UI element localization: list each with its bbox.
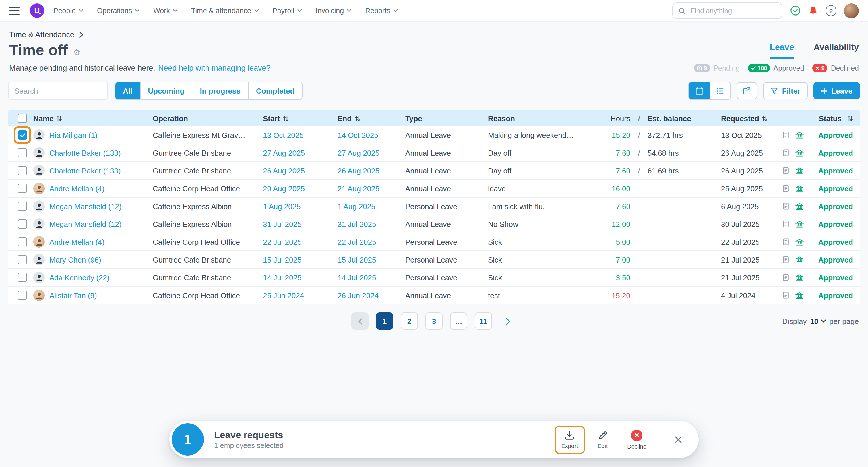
- select-all-checkbox[interactable]: [18, 114, 27, 123]
- employee-name-link[interactable]: Andre Mellan (4): [50, 184, 104, 193]
- note-icon[interactable]: [782, 273, 790, 282]
- employee-name-link[interactable]: Megan Mansfield (12): [50, 220, 121, 228]
- list-view-button[interactable]: [710, 82, 731, 99]
- header-status[interactable]: Status: [814, 114, 860, 123]
- bank-icon[interactable]: [795, 255, 804, 264]
- start-date-link[interactable]: 13 Oct 2025: [263, 131, 304, 139]
- note-icon[interactable]: [782, 131, 790, 139]
- header-end[interactable]: End: [338, 114, 405, 123]
- row-checkbox[interactable]: [18, 237, 27, 246]
- pagination-page[interactable]: …: [450, 313, 467, 330]
- employee-name-link[interactable]: Alistair Tan (9): [50, 291, 97, 299]
- start-date-link[interactable]: 26 Aug 2025: [263, 166, 305, 175]
- start-date-link[interactable]: 1 Aug 2025: [263, 202, 301, 210]
- row-checkbox[interactable]: [18, 184, 27, 193]
- note-icon[interactable]: [782, 220, 790, 228]
- row-checkbox[interactable]: [18, 130, 27, 140]
- global-search[interactable]: [672, 2, 782, 19]
- row-checkbox[interactable]: [18, 202, 27, 211]
- row-checkbox[interactable]: [18, 148, 27, 157]
- filter-button[interactable]: Filter: [763, 82, 808, 99]
- bank-icon[interactable]: [795, 148, 804, 157]
- header-start[interactable]: Start: [263, 114, 338, 123]
- notification-bell-icon[interactable]: [808, 5, 818, 16]
- user-avatar[interactable]: [844, 3, 859, 18]
- row-checkbox[interactable]: [18, 220, 27, 229]
- start-date-link[interactable]: 27 Aug 2025: [263, 148, 305, 157]
- employee-name-link[interactable]: Ada Kennedy (22): [50, 273, 110, 282]
- row-checkbox[interactable]: [18, 291, 27, 300]
- note-icon[interactable]: [782, 291, 790, 299]
- header-name[interactable]: Name: [33, 114, 153, 123]
- start-date-link[interactable]: 15 Jul 2025: [263, 255, 301, 264]
- bank-icon[interactable]: [795, 291, 804, 299]
- start-date-link[interactable]: 25 Jun 2024: [263, 291, 304, 299]
- gear-icon[interactable]: ⚙: [73, 48, 81, 57]
- decline-button[interactable]: Decline: [620, 425, 653, 454]
- close-icon[interactable]: [672, 433, 685, 446]
- end-date-link[interactable]: 26 Aug 2025: [338, 166, 379, 175]
- note-icon[interactable]: [782, 256, 790, 264]
- search-input[interactable]: [8, 82, 108, 100]
- note-icon[interactable]: [782, 149, 790, 157]
- end-date-link[interactable]: 26 Jun 2024: [338, 291, 379, 299]
- bank-icon[interactable]: [795, 237, 804, 246]
- bank-icon[interactable]: [795, 166, 804, 175]
- segment-button[interactable]: All: [115, 82, 140, 99]
- employee-name-link[interactable]: Charlotte Baker (133): [50, 166, 121, 175]
- nav-menu-item[interactable]: Operations: [97, 7, 140, 14]
- start-date-link[interactable]: 22 Jul 2025: [263, 237, 301, 246]
- end-date-link[interactable]: 1 Aug 2025: [338, 202, 375, 210]
- help-icon[interactable]: ?: [826, 5, 836, 16]
- nav-menu-item[interactable]: Payroll: [272, 7, 302, 14]
- end-date-link[interactable]: 27 Aug 2025: [338, 148, 379, 157]
- hamburger-menu-icon[interactable]: [9, 7, 20, 14]
- start-date-link[interactable]: 31 Jul 2025: [263, 220, 301, 228]
- end-date-link[interactable]: 21 Aug 2025: [338, 184, 379, 193]
- nav-menu-item[interactable]: Work: [153, 7, 177, 14]
- row-checkbox[interactable]: [18, 255, 27, 264]
- pagination-page[interactable]: 2: [401, 313, 418, 330]
- tab-leave[interactable]: Leave: [770, 42, 794, 59]
- employee-name-link[interactable]: Mary Chen (96): [50, 255, 101, 264]
- nav-menu-item[interactable]: People: [53, 7, 83, 14]
- tab-availability[interactable]: Availability: [814, 42, 859, 59]
- employee-name-link[interactable]: Charlotte Baker (133): [50, 148, 121, 157]
- segment-button[interactable]: Upcoming: [140, 82, 192, 99]
- note-icon[interactable]: [782, 238, 790, 246]
- status-check-icon[interactable]: [790, 5, 801, 16]
- pagination-page[interactable]: 11: [475, 313, 492, 330]
- pagination-page[interactable]: 3: [425, 313, 443, 330]
- end-date-link[interactable]: 15 Jul 2025: [338, 255, 376, 264]
- end-date-link[interactable]: 14 Jul 2025: [338, 273, 376, 282]
- bank-icon[interactable]: [795, 220, 804, 228]
- end-date-link[interactable]: 22 Jul 2025: [338, 237, 376, 246]
- employee-name-link[interactable]: Megan Mansfield (12): [50, 202, 121, 210]
- end-date-link[interactable]: 31 Jul 2025: [338, 220, 376, 228]
- bank-icon[interactable]: [795, 273, 804, 282]
- next-page-button[interactable]: [499, 313, 517, 330]
- employee-name-link[interactable]: Andre Mellan (4): [50, 237, 104, 246]
- prev-page-button[interactable]: [351, 313, 369, 330]
- segment-button[interactable]: In progress: [192, 82, 248, 99]
- add-leave-button[interactable]: Leave: [813, 82, 860, 99]
- segment-button[interactable]: Completed: [248, 82, 302, 99]
- start-date-link[interactable]: 20 Aug 2025: [263, 184, 305, 193]
- nav-menu-item[interactable]: Time & attendance: [191, 7, 259, 14]
- page-size-dropdown[interactable]: 10: [810, 317, 826, 325]
- bank-icon[interactable]: [795, 131, 804, 139]
- app-logo[interactable]: U: [30, 3, 44, 18]
- start-date-link[interactable]: 14 Jul 2025: [263, 273, 301, 282]
- nav-menu-item[interactable]: Reports: [365, 7, 398, 14]
- row-checkbox[interactable]: [18, 273, 27, 282]
- help-link[interactable]: Need help with managing leave?: [158, 64, 271, 72]
- note-icon[interactable]: [782, 202, 790, 210]
- note-icon[interactable]: [782, 184, 790, 193]
- nav-menu-item[interactable]: Invoicing: [315, 7, 351, 14]
- export-button[interactable]: Export: [554, 425, 585, 454]
- end-date-link[interactable]: 14 Oct 2025: [338, 131, 378, 139]
- edit-button[interactable]: Edit: [590, 425, 615, 454]
- bank-icon[interactable]: [795, 184, 804, 193]
- global-search-input[interactable]: [689, 6, 776, 15]
- bank-icon[interactable]: [795, 202, 804, 210]
